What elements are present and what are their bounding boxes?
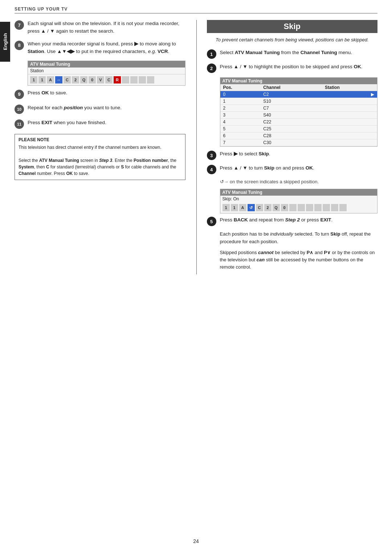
- step-7: 7 Each signal will show on the televisio…: [15, 20, 185, 35]
- step-7-text: Each signal will show on the television.…: [28, 20, 185, 35]
- row-3-station: [322, 112, 377, 119]
- skip-on-subtitle: Skip: On: [220, 196, 377, 202]
- step-8-text: When your media recorder signal is found…: [28, 40, 185, 56]
- row-0-channel: C2: [260, 91, 322, 98]
- right-step-3-text: Press ▶ to select Skip.: [220, 150, 378, 158]
- step-11-num: 11: [15, 119, 24, 129]
- skip-title-box: Skip: [207, 20, 378, 33]
- row-2-channel: C7: [260, 105, 322, 112]
- skip-on-chars: 1 1 A ↺ C 2 Q 0: [220, 202, 377, 213]
- row-6-station: [322, 132, 377, 139]
- char-11: R: [114, 76, 121, 83]
- row-2-pos: 2: [220, 105, 261, 112]
- so-char-2: 1: [231, 204, 238, 211]
- row-4-channel: C22: [260, 119, 322, 126]
- row-4-station: [322, 119, 377, 126]
- row-6-pos: 6: [220, 132, 261, 139]
- row-1-pos: 1: [220, 98, 261, 105]
- step-11: 11 Press EXIT when you have finished.: [15, 119, 185, 129]
- char-10: C: [105, 76, 113, 83]
- char-15: [147, 76, 154, 83]
- so-char-7: Q: [273, 204, 280, 211]
- right-step-2: 2 Press ▲ / ▼ to highlight the position …: [207, 63, 378, 73]
- col-station: Station: [322, 84, 377, 91]
- row-6-channel: C28: [260, 132, 322, 139]
- page-header: SETTING UP YOUR TV: [15, 7, 377, 13]
- row-5-station: [322, 126, 377, 132]
- table-row-6: 6 C28: [220, 132, 377, 139]
- note-body: This television has direct channel entry…: [19, 144, 181, 177]
- para-2: Skipped positions cannot be selected by …: [220, 249, 378, 271]
- char-14: [139, 76, 146, 83]
- char-5: C: [64, 76, 71, 83]
- right-step-3-num: 3: [207, 151, 216, 160]
- row-2-station: [322, 105, 377, 112]
- atv-table-title: ATV Manual Tuning: [220, 78, 377, 84]
- right-column: Skip To prevent certain channels from be…: [196, 20, 378, 274]
- so-char-15: [339, 204, 347, 211]
- skip-subtitle: To prevent certain channels from being v…: [207, 37, 378, 43]
- atv-manual-tuning-box-left: ATV Manual Tuning Station 1 1 A ↔ C 2 Q …: [28, 61, 185, 86]
- right-step-4-text: Press ▲ / ▼ to turn Skip on and press OK…: [220, 164, 378, 172]
- table-row-3: 3 S40: [220, 112, 377, 119]
- atv-box-title-left: ATV Manual Tuning: [28, 61, 185, 68]
- header-label: SETTING UP YOUR TV: [15, 7, 68, 12]
- right-step-1-num: 1: [207, 49, 216, 59]
- so-char-9: [289, 204, 297, 211]
- table-row-7: 7 C30: [220, 139, 377, 146]
- page-number: 24: [0, 538, 392, 544]
- row-0-station: ▶: [322, 91, 377, 98]
- right-step-5-text: Press BACK and repeat from Step 2 or pre…: [220, 216, 378, 224]
- so-char-11: [306, 204, 313, 211]
- row-1-station: [322, 98, 377, 105]
- table-row-2: 2 C7: [220, 105, 377, 112]
- table-row-0: 0 C2 ▶: [220, 91, 377, 98]
- step-7-num: 7: [15, 20, 24, 30]
- step-9: 9 Press OK to save.: [15, 89, 185, 99]
- please-note-box: PLEASE NOTE This television has direct c…: [15, 134, 185, 180]
- right-step-2-num: 2: [207, 64, 216, 73]
- atv-box-chars-left: 1 1 A ↔ C 2 Q 0 V C R: [28, 74, 185, 85]
- char-6: 2: [72, 76, 79, 83]
- so-char-13: [323, 204, 330, 211]
- left-column: 7 Each signal will show on the televisio…: [15, 20, 185, 274]
- atv-manual-tuning-table: ATV Manual Tuning Pos. Channel Station 0…: [220, 77, 378, 147]
- so-char-5: C: [256, 204, 263, 211]
- col-pos: Pos.: [220, 84, 261, 91]
- so-char-4: ↺: [248, 204, 255, 211]
- char-9: V: [97, 76, 104, 83]
- row-3-pos: 3: [220, 112, 261, 119]
- so-char-6: 2: [264, 204, 271, 211]
- step-8: 8 When your media recorder signal is fou…: [15, 40, 185, 56]
- step-10: 10 Repeat for each position you want to …: [15, 104, 185, 114]
- english-tab: English: [0, 22, 10, 62]
- note-title: PLEASE NOTE: [19, 137, 181, 142]
- right-step-4: 4 Press ▲ / ▼ to turn Skip on and press …: [207, 164, 378, 174]
- row-5-pos: 5: [220, 126, 261, 132]
- right-step-4-num: 4: [207, 165, 216, 174]
- row-1-channel: S10: [260, 98, 322, 105]
- table-row-1: 1 S10: [220, 98, 377, 105]
- step-10-text: Repeat for each position you want to tun…: [28, 104, 185, 112]
- so-char-12: [314, 204, 322, 211]
- step-9-num: 9: [15, 90, 24, 99]
- right-step-1: 1 Select ATV Manual Tuning from the Chan…: [207, 49, 378, 59]
- col-channel: Channel: [260, 84, 322, 91]
- char-13: [130, 76, 138, 83]
- row-7-channel: C30: [260, 139, 322, 146]
- char-2: 1: [38, 76, 46, 83]
- char-1: 1: [30, 76, 37, 83]
- right-step-5: 5 Press BACK and repeat from Step 2 or p…: [207, 216, 378, 226]
- table-row-5: 5 C25: [220, 126, 377, 132]
- char-12: [122, 76, 129, 83]
- skip-on-title: ATV Manual Tuning: [220, 189, 377, 196]
- channel-table: Pos. Channel Station 0 C2 ▶ 1: [220, 84, 377, 146]
- row-5-channel: C25: [260, 126, 322, 132]
- skip-title: Skip: [207, 22, 378, 31]
- char-3: A: [47, 76, 54, 83]
- right-step-2-text: Press ▲ / ▼ to highlight the position to…: [220, 63, 378, 71]
- skip-on-box: ATV Manual Tuning Skip: On 1 1 A ↺ C 2 Q…: [220, 189, 378, 213]
- step-9-text: Press OK to save.: [28, 89, 185, 97]
- row-4-pos: 4: [220, 119, 261, 126]
- table-row-4: 4 C22: [220, 119, 377, 126]
